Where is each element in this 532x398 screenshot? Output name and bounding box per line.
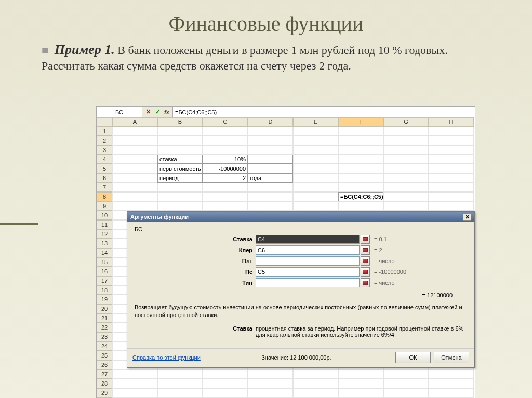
cell-H6[interactable] — [429, 173, 474, 183]
cell-B6[interactable]: период — [157, 173, 203, 183]
cell-A6[interactable] — [112, 173, 157, 183]
cell-C5[interactable]: -10000000 — [203, 164, 248, 173]
cell-A2[interactable] — [112, 136, 157, 145]
cell-F9[interactable] — [338, 201, 383, 211]
cell-H27[interactable] — [429, 369, 474, 379]
formula-input[interactable]: =БС(C4;C6;;C5) — [172, 107, 475, 117]
cell-E27[interactable] — [293, 369, 338, 379]
name-box[interactable]: БС — [97, 107, 142, 117]
row-header-18[interactable]: 18 — [97, 285, 112, 295]
cell-A5[interactable] — [112, 164, 157, 173]
cell-A3[interactable] — [112, 145, 157, 155]
cell-B3[interactable] — [157, 145, 203, 155]
row-header-6[interactable]: 6 — [97, 173, 112, 183]
cell-F29[interactable] — [338, 388, 383, 397]
cell-F4[interactable] — [338, 155, 383, 164]
cell-A7[interactable] — [112, 183, 157, 192]
row-header-17[interactable]: 17 — [97, 276, 112, 285]
cancel-formula-icon[interactable]: ✕ — [144, 108, 152, 116]
cell-A29[interactable] — [112, 388, 157, 397]
cell-B2[interactable] — [157, 136, 203, 145]
cell-F2[interactable] — [338, 136, 383, 145]
cell-D3[interactable] — [248, 145, 293, 155]
cancel-button[interactable]: Отмена — [434, 352, 469, 363]
range-picker-icon[interactable] — [361, 278, 370, 287]
cell-D28[interactable] — [248, 379, 293, 388]
row-header-29[interactable]: 29 — [97, 388, 112, 397]
cell-F8[interactable]: =БС(C4;C6;;C5) — [338, 192, 383, 201]
row-header-8[interactable]: 8 — [97, 192, 112, 201]
cell-C27[interactable] — [203, 369, 248, 379]
ok-button[interactable]: ОК — [395, 352, 431, 363]
cell-H5[interactable] — [429, 164, 474, 173]
cell-C6[interactable]: 2 — [203, 173, 248, 183]
arg-input-0[interactable]: C4 — [256, 235, 360, 244]
cell-H8[interactable] — [429, 192, 474, 201]
cell-E3[interactable] — [293, 145, 338, 155]
range-picker-icon[interactable] — [361, 235, 370, 244]
cell-D9[interactable] — [248, 201, 293, 211]
cell-H3[interactable] — [429, 145, 474, 155]
cell-G4[interactable] — [383, 155, 429, 164]
cell-F5[interactable] — [338, 164, 383, 173]
arg-input-2[interactable] — [256, 256, 360, 266]
cell-H28[interactable] — [429, 379, 474, 388]
cell-E9[interactable] — [293, 201, 338, 211]
row-header-3[interactable]: 3 — [97, 145, 112, 155]
cell-D5[interactable] — [248, 164, 293, 173]
cell-D1[interactable] — [248, 127, 293, 136]
row-header-20[interactable]: 20 — [97, 304, 112, 313]
cell-G6[interactable] — [383, 173, 429, 183]
row-header-11[interactable]: 11 — [97, 220, 112, 229]
cell-A9[interactable] — [112, 201, 157, 211]
cell-D6[interactable]: года — [248, 173, 293, 183]
cell-G5[interactable] — [383, 164, 429, 173]
col-header-H[interactable]: H — [429, 117, 474, 127]
cell-C1[interactable] — [203, 127, 248, 136]
range-picker-icon[interactable] — [361, 267, 370, 277]
cell-B7[interactable] — [157, 183, 203, 192]
cell-D29[interactable] — [248, 388, 293, 397]
row-header-7[interactable]: 7 — [97, 183, 112, 192]
cell-A28[interactable] — [112, 379, 157, 388]
col-header-B[interactable]: B — [157, 117, 203, 127]
row-header-2[interactable]: 2 — [97, 136, 112, 145]
cell-G8[interactable] — [383, 192, 429, 201]
cell-C2[interactable] — [203, 136, 248, 145]
cell-H1[interactable] — [429, 127, 474, 136]
cell-F7[interactable] — [338, 183, 383, 192]
cell-E6[interactable] — [293, 173, 338, 183]
col-header-F[interactable]: F — [338, 117, 383, 127]
cell-G1[interactable] — [383, 127, 429, 136]
arg-input-3[interactable]: C5 — [256, 267, 360, 277]
cell-D4[interactable] — [248, 155, 293, 164]
cell-G29[interactable] — [383, 388, 429, 397]
cell-E5[interactable] — [293, 164, 338, 173]
dialog-titlebar[interactable]: Аргументы функции ✕ — [127, 212, 474, 222]
row-header-12[interactable]: 12 — [97, 229, 112, 239]
cell-E2[interactable] — [293, 136, 338, 145]
cell-E29[interactable] — [293, 388, 338, 397]
row-header-9[interactable]: 9 — [97, 201, 112, 211]
cell-E4[interactable] — [293, 155, 338, 164]
cell-B4[interactable]: ставка — [157, 155, 203, 164]
row-header-27[interactable]: 27 — [97, 369, 112, 379]
cell-H4[interactable] — [429, 155, 474, 164]
range-picker-icon[interactable] — [361, 245, 370, 255]
cell-G9[interactable] — [383, 201, 429, 211]
cell-D2[interactable] — [248, 136, 293, 145]
cell-A27[interactable] — [112, 369, 157, 379]
arg-input-4[interactable] — [256, 278, 360, 287]
cell-C28[interactable] — [203, 379, 248, 388]
cell-E7[interactable] — [293, 183, 338, 192]
cell-B29[interactable] — [157, 388, 203, 397]
row-header-21[interactable]: 21 — [97, 313, 112, 323]
cell-B5[interactable]: перв стоимость — [157, 164, 203, 173]
grid-corner[interactable] — [97, 117, 112, 127]
close-icon[interactable]: ✕ — [463, 213, 471, 221]
range-picker-icon[interactable] — [361, 256, 370, 266]
row-header-16[interactable]: 16 — [97, 267, 112, 276]
cell-D7[interactable] — [248, 183, 293, 192]
row-header-24[interactable]: 24 — [97, 341, 112, 351]
row-header-14[interactable]: 14 — [97, 248, 112, 257]
